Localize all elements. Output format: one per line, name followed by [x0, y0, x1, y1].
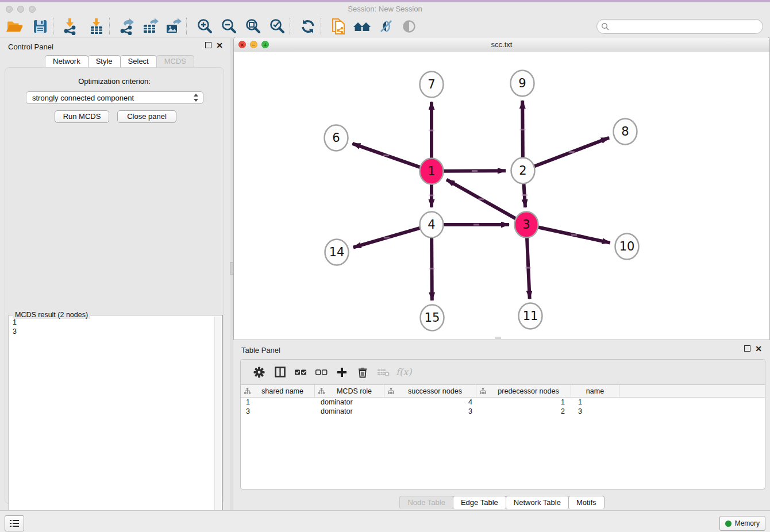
minimize-window-button[interactable]	[17, 6, 24, 13]
tab-mcds[interactable]: MCDS	[156, 55, 194, 67]
zoom-selected-icon[interactable]	[268, 17, 286, 36]
show-graphics-details-icon[interactable]	[400, 17, 418, 36]
maximize-window-button[interactable]	[29, 6, 36, 13]
export-network-icon[interactable]	[117, 17, 136, 36]
result-scrollbar[interactable]	[214, 317, 221, 531]
function-builder-icon: f(x)	[396, 367, 411, 377]
network-window-title: scc.txt	[234, 37, 769, 52]
float-panel-icon[interactable]	[205, 42, 211, 48]
result-line: 3	[13, 327, 214, 336]
network-minimize-button[interactable]: −	[250, 41, 257, 48]
tab-select[interactable]: Select	[120, 55, 157, 67]
node-table-container: f(x) shared name MCDS role successor nod…	[240, 359, 765, 489]
edge-label	[520, 129, 526, 130]
tab-network-table[interactable]: Network Table	[506, 496, 569, 509]
criterion-select[interactable]: strongly connected component	[26, 91, 203, 104]
column-header-name[interactable]: name	[571, 385, 619, 397]
graph-node-label: 7	[428, 78, 435, 91]
cell-mcds-role[interactable]: dominator	[315, 407, 384, 416]
graph-node-label: 15	[425, 311, 440, 325]
delete-table-icon	[373, 363, 394, 381]
criterion-value: strongly connected component	[26, 94, 193, 102]
column-header-successor-nodes[interactable]: successor nodes	[384, 385, 476, 397]
edge-label	[429, 195, 434, 196]
select-all-icon[interactable]	[290, 363, 311, 381]
hide-graphics-details-icon[interactable]	[377, 17, 395, 36]
zoom-fit-icon[interactable]	[244, 17, 262, 36]
memory-status-icon	[725, 521, 732, 527]
open-session-icon[interactable]	[5, 17, 23, 36]
close-table-panel-icon[interactable]: ✕	[755, 346, 762, 352]
home-icon[interactable]	[353, 17, 371, 36]
tab-motifs[interactable]: Motifs	[568, 496, 605, 509]
graph-node-label: 1	[428, 164, 435, 178]
settings-gear-icon[interactable]	[249, 363, 270, 381]
graph-node-label: 4	[428, 218, 435, 232]
memory-button[interactable]: Memory	[719, 516, 765, 531]
zoom-out-icon[interactable]	[220, 17, 238, 36]
network-from-file-icon[interactable]	[330, 17, 348, 36]
toolbar-separator	[186, 18, 187, 35]
graph-node-label: 2	[519, 164, 526, 178]
export-image-icon[interactable]	[164, 17, 183, 36]
refresh-icon[interactable]	[299, 17, 317, 36]
cell-shared-name[interactable]: 3	[241, 407, 315, 416]
show-column-icon[interactable]	[270, 363, 290, 381]
zoom-in-icon[interactable]	[195, 17, 214, 36]
search-icon	[601, 22, 609, 30]
network-close-button[interactable]: ×	[238, 41, 246, 48]
graph-node-label: 8	[621, 125, 629, 138]
cell-name[interactable]: 3	[571, 407, 619, 416]
tab-node-table[interactable]: Node Table	[399, 496, 453, 509]
column-header-predecessor-nodes[interactable]: predecessor nodes	[476, 385, 571, 397]
network-window-titlebar[interactable]: × − + scc.txt	[234, 37, 769, 52]
optimization-criterion-label: Optimization criterion:	[5, 77, 224, 86]
tab-edge-table[interactable]: Edge Table	[453, 496, 506, 509]
close-window-button[interactable]	[6, 6, 13, 13]
graph-node-label: 14	[329, 245, 345, 259]
cell-mcds-role[interactable]: dominator	[315, 398, 384, 407]
float-table-panel-icon[interactable]	[744, 345, 750, 352]
graph-node-label: 3	[522, 218, 530, 232]
mcds-result-text[interactable]: 1 3	[10, 317, 214, 531]
import-table-icon[interactable]	[87, 17, 106, 36]
network-scrollbar-thumb[interactable]	[495, 337, 501, 339]
cell-predecessor-nodes[interactable]: 2	[476, 407, 571, 416]
edge-label	[571, 234, 577, 236]
export-table-icon[interactable]	[141, 17, 160, 36]
edge-label	[429, 130, 434, 132]
table-row[interactable]: 1 dominator 4 1 1	[241, 398, 765, 407]
search-input[interactable]	[611, 22, 758, 31]
cell-name[interactable]: 1	[571, 398, 619, 407]
edge-label	[473, 224, 479, 226]
graph-node-label: 6	[332, 131, 340, 145]
table-row[interactable]: 3 dominator 3 2 3	[241, 407, 765, 416]
network-canvas[interactable]: 7968124314101511	[234, 52, 769, 340]
main-titlebar: Session: New Session	[0, 2, 770, 16]
column-header-mcds-role[interactable]: MCDS role	[315, 385, 384, 397]
import-network-icon[interactable]	[61, 17, 79, 36]
search-field[interactable]	[596, 19, 763, 34]
edge-label	[384, 237, 390, 238]
toolbar-separator	[53, 18, 54, 35]
add-row-icon[interactable]	[332, 363, 352, 381]
tab-style[interactable]: Style	[88, 55, 121, 67]
deselect-all-icon[interactable]	[311, 363, 332, 381]
network-maximize-button[interactable]: +	[261, 41, 269, 48]
hierarchy-icon	[480, 388, 486, 394]
table-toolbar: f(x)	[241, 360, 765, 385]
cell-successor-nodes[interactable]: 3	[384, 407, 476, 416]
close-panel-button[interactable]: Close panel	[117, 110, 176, 123]
save-session-icon[interactable]	[31, 17, 49, 36]
run-mcds-button[interactable]: Run MCDS	[55, 110, 109, 123]
cell-shared-name[interactable]: 1	[241, 398, 315, 407]
graph-node-label: 11	[523, 309, 538, 323]
close-panel-icon[interactable]: ✕	[216, 43, 223, 48]
cell-successor-nodes[interactable]: 4	[384, 398, 476, 407]
column-header-shared-name[interactable]: shared name	[241, 385, 315, 397]
cell-predecessor-nodes[interactable]: 1	[476, 398, 571, 407]
control-panel: Control Panel ✕ Network Style Select MCD…	[0, 37, 230, 510]
delete-row-icon[interactable]	[352, 363, 373, 381]
tab-network[interactable]: Network	[45, 55, 88, 67]
show-log-button[interactable]	[5, 515, 24, 531]
